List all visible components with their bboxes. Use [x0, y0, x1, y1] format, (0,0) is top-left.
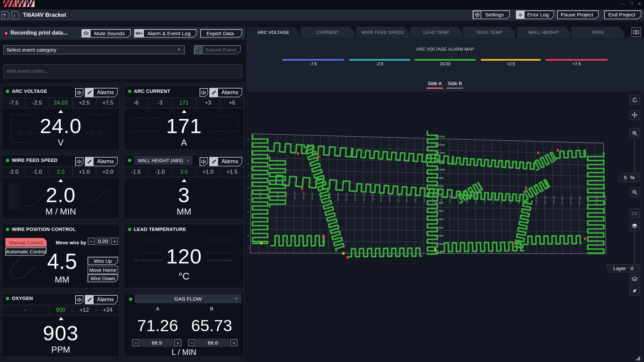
svg-text:6: 6	[247, 211, 250, 213]
svg-text:416 mm: 416 mm	[604, 196, 607, 205]
svg-text:156 mm: 156 mm	[380, 193, 383, 202]
svg-text:5: 5	[247, 199, 250, 201]
svg-text:66 mm: 66 mm	[302, 192, 305, 199]
svg-text:i: i	[14, 13, 15, 18]
svg-text:2: 2	[247, 163, 250, 165]
svg-text:346 mm: 346 mm	[544, 195, 547, 204]
svg-text:106 mm: 106 mm	[337, 192, 340, 201]
svg-text:?: ?	[3, 13, 6, 18]
svg-text:56 mm: 56 mm	[293, 192, 297, 199]
svg-text:8: 8	[247, 235, 250, 237]
svg-text:356 mm: 356 mm	[552, 195, 555, 204]
svg-text:146 mm: 146 mm	[371, 193, 374, 202]
svg-text:366 mm: 366 mm	[561, 196, 564, 205]
svg-text:76 mm: 76 mm	[311, 192, 314, 200]
svg-text:7: 7	[247, 223, 250, 225]
svg-text:386 mm: 386 mm	[578, 196, 581, 205]
svg-text:126 mm: 126 mm	[354, 192, 357, 201]
svg-text:4: 4	[247, 187, 250, 189]
svg-text:9: 9	[247, 247, 250, 249]
svg-text:116 mm: 116 mm	[345, 192, 348, 201]
svg-text:1: 1	[247, 150, 250, 153]
svg-text:336 mm: 336 mm	[535, 195, 538, 204]
svg-text:0: 0	[247, 138, 250, 140]
svg-text:136 mm: 136 mm	[363, 193, 366, 202]
svg-text:376 mm: 376 mm	[570, 196, 573, 205]
svg-text:166 mm: 166 mm	[388, 193, 391, 202]
svg-text:3: 3	[247, 175, 250, 177]
